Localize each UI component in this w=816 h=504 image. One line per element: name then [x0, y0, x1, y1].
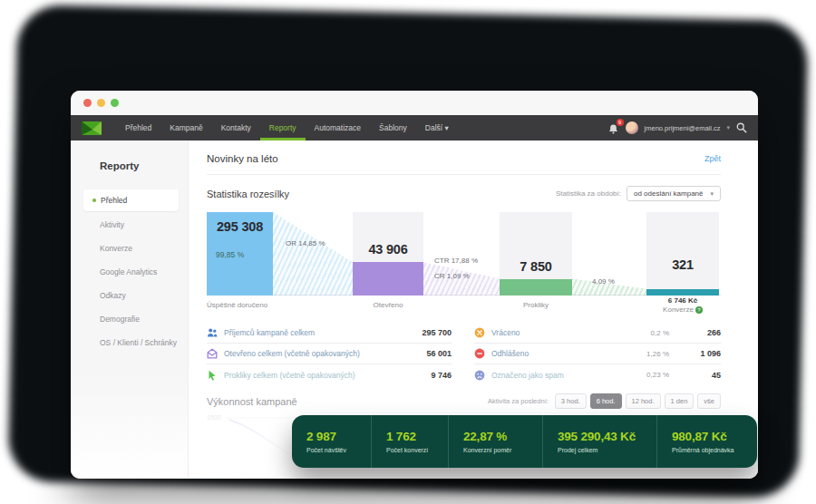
maximize-window-icon[interactable]: [111, 99, 119, 107]
unsubscribed-icon: [474, 348, 485, 359]
page-header: Novinky na léto Zpět: [207, 141, 721, 175]
sidebar-item-demografie[interactable]: Demografie: [71, 307, 188, 331]
recipients-link[interactable]: Příjemců kampaně celkem: [224, 328, 400, 337]
cr-label: CR 1,09 %: [434, 272, 470, 280]
funnel-step-delivered[interactable]: 295 308 99,85 %: [207, 212, 273, 296]
open-rate-label: OR 14,85 %: [286, 239, 325, 247]
funnel-value-delivered: 295 308: [207, 219, 273, 234]
bounced-link[interactable]: Vráceno: [491, 328, 623, 337]
stage: Přehled Kampaně Kontakty Reporty Automat…: [0, 0, 816, 504]
period-select[interactable]: od odeslání kampaně ▾: [627, 186, 721, 201]
total-row-opened: Otevřeno celkem (včetně opakovaných) 56 …: [207, 344, 452, 364]
sidebar-title: Reporty: [71, 160, 188, 171]
filter-1d-button[interactable]: 1 den: [665, 393, 695, 409]
activity-filters: Aktivita za poslední: 3 hod. 6 hod. 12 h…: [488, 393, 721, 409]
recipients-icon: [207, 327, 218, 338]
kpi-conversion-rate-label: Konverzní poměr: [463, 447, 542, 453]
bounced-pct: 0,2 %: [629, 329, 669, 337]
kpi-summary-bar: 2 987 Počet návštěv 1 762 Počet konverzí…: [292, 415, 757, 468]
sidebar-item-label: Přehled: [101, 196, 127, 205]
funnel-bar-opened: [353, 262, 423, 296]
notification-badge: 9: [617, 119, 624, 126]
kpi-visits: 2 987 Počet návštěv: [292, 415, 371, 468]
funnel-value-opened: 43 906: [353, 242, 423, 257]
total-row-unsubscribed: Odhlášeno 1,26 % 1 096: [474, 344, 721, 364]
totals-lists: Příjemců kampaně celkem 295 700 Otevřeno…: [207, 323, 721, 385]
filter-12h-button[interactable]: 12 hod.: [626, 393, 661, 409]
opened-total-link[interactable]: Otevřeno celkem (včetně opakovaných): [224, 349, 400, 358]
nav-right-cluster: 9 jmeno.prijmeni@email.cz ▾: [607, 121, 747, 134]
filter-3h-button[interactable]: 3 hod.: [555, 393, 587, 409]
nav-items: Přehled Kampaně Kontakty Reporty Automat…: [116, 115, 458, 141]
funnel-revenue-conversions: 6 746 Kč: [646, 296, 719, 305]
close-window-icon[interactable]: [83, 99, 92, 107]
kpi-total-sales: 395 290,43 Kč Prodej celkem: [542, 415, 656, 468]
funnel-labels-row: Úspěšně doručeno Otevřeno Prokliky 6 746…: [207, 296, 721, 321]
recipients-value: 295 700: [406, 328, 452, 337]
sidebar-item-konverze[interactable]: Konverze: [71, 237, 188, 260]
opened-envelope-icon: [207, 348, 218, 359]
back-link[interactable]: Zpět: [704, 154, 721, 163]
kpi-total-sales-label: Prodej celkem: [558, 447, 656, 453]
user-menu-chevron-icon[interactable]: ▾: [726, 124, 730, 131]
funnel-bar-clicks: [500, 279, 572, 296]
search-icon[interactable]: [736, 122, 747, 133]
nav-item-kontakty[interactable]: Kontakty: [212, 115, 260, 141]
nav-item-kampane[interactable]: Kampaně: [160, 115, 211, 141]
unsubscribed-value: 1 096: [675, 349, 721, 358]
ctr-label: CTR 17,88 %: [434, 257, 478, 265]
funnel-label-opened: Otevřeno: [353, 301, 423, 309]
kpi-avg-order-label: Průměrná objednávka: [672, 447, 757, 453]
kpi-visits-value: 2 987: [306, 430, 371, 443]
funnel-transition-or: OR 14,85 %: [273, 212, 353, 296]
sidebar-item-os-klienti[interactable]: OS / Klienti / Schránky: [71, 331, 188, 354]
minimize-window-icon[interactable]: [97, 99, 105, 107]
nav-item-dalsi[interactable]: Další ▾: [416, 115, 458, 141]
period-select-value: od odeslání kampaně: [634, 189, 704, 198]
total-row-recipients: Příjemců kampaně celkem 295 700: [207, 323, 452, 344]
app-logo-icon[interactable]: [82, 121, 102, 135]
nav-item-reporty[interactable]: Reporty: [260, 115, 306, 141]
filter-6h-button[interactable]: 6 hod.: [590, 393, 622, 409]
help-icon[interactable]: ?: [695, 306, 703, 314]
funnel-label-conversions-text: Konverze: [663, 305, 694, 314]
funnel-label-conversions: Konverze?: [646, 305, 719, 314]
clicks-total-value: 9 746: [406, 371, 452, 380]
cursor-icon: [207, 370, 218, 381]
user-avatar[interactable]: [626, 121, 638, 134]
nav-item-sablony[interactable]: Šablony: [370, 115, 416, 141]
user-email[interactable]: jmeno.prijmeni@email.cz: [645, 124, 721, 132]
total-row-clicks: Prokliky celkem (včetně opakovaných) 9 7…: [207, 364, 452, 385]
funnel-step-opened[interactable]: 43 906: [353, 212, 423, 296]
period-control: Statistika za období: od odeslání kampan…: [556, 186, 721, 201]
funnel-step-clicks[interactable]: 7 850: [500, 212, 572, 296]
total-row-spam: Označeno jako spam 0,23 % 45: [474, 364, 721, 385]
stats-section-header: Statistika rozesílky Statistika za obdob…: [207, 175, 721, 210]
nav-item-prehled[interactable]: Přehled: [116, 115, 160, 141]
clicks-total-link[interactable]: Prokliky celkem (včetně opakovaných): [224, 371, 400, 380]
sidebar-item-prehled[interactable]: Přehled: [83, 189, 179, 211]
kpi-conversion-rate: 22,87 % Konverzní poměr: [448, 415, 542, 468]
opened-total-value: 56 001: [406, 349, 452, 358]
sidebar-item-aktivity[interactable]: Aktivity: [71, 213, 188, 237]
performance-title: Výkonnost kampaně: [207, 396, 297, 407]
spam-link[interactable]: Označeno jako spam: [491, 371, 623, 380]
active-dot-icon: [92, 199, 96, 202]
unsubscribed-link[interactable]: Odhlášeno: [491, 349, 623, 358]
filter-all-button[interactable]: vše: [697, 393, 721, 409]
funnel-label-clicks: Prokliky: [500, 301, 572, 309]
funnel-step-conversions[interactable]: 321: [646, 212, 719, 296]
select-chevron-icon: ▾: [710, 190, 714, 198]
period-label: Statistika za období:: [556, 189, 621, 198]
spam-value: 45: [675, 371, 721, 380]
bounced-value: 266: [675, 328, 721, 337]
nav-item-automatizace[interactable]: Automatizace: [306, 115, 371, 141]
funnel-sub-delivered: 99,85 %: [216, 250, 244, 259]
activity-filter-label: Aktivita za poslední:: [488, 397, 549, 405]
y-tick-1000: 1000: [209, 463, 223, 470]
notifications-button[interactable]: 9: [607, 122, 619, 134]
sidebar-item-google-analytics[interactable]: Google Analytics: [71, 260, 188, 284]
sidebar-item-odkazy[interactable]: Odkazy: [71, 284, 188, 307]
top-navbar: Přehled Kampaně Kontakty Reporty Automat…: [71, 115, 758, 141]
stats-section-title: Statistika rozesílky: [207, 189, 289, 199]
